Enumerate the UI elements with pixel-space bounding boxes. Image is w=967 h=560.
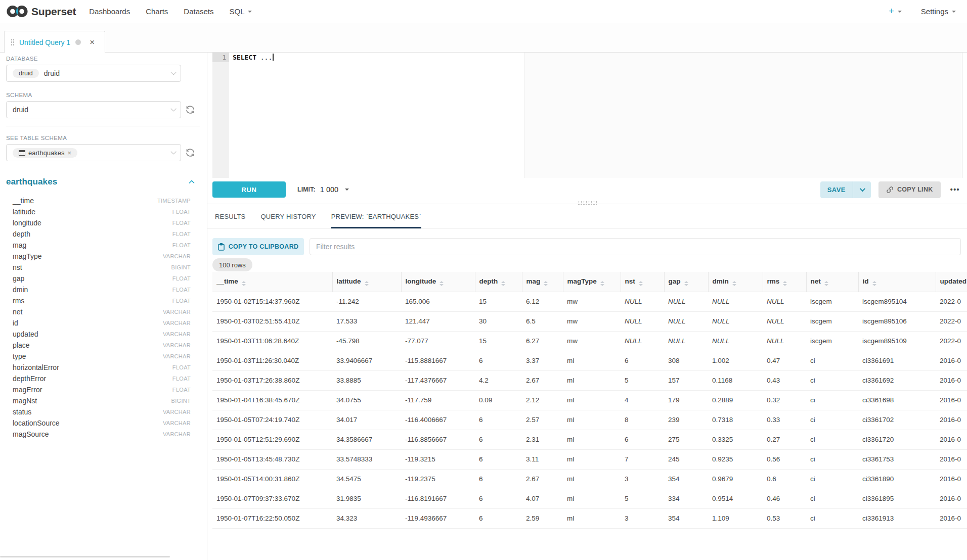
nav-item-dashboards[interactable]: Dashboards (89, 7, 130, 16)
table-cell: ci3361890 (858, 469, 936, 489)
remove-table-icon[interactable]: × (68, 149, 72, 157)
sort-icon[interactable] (783, 281, 787, 286)
results-column-header[interactable]: updated (936, 272, 967, 292)
table-cell: 1950-01-03T11:26:30.040Z (212, 351, 332, 370)
results-column-header[interactable]: __time (212, 272, 332, 292)
table-cell: ci (806, 469, 858, 489)
schema-column-name: horizontalError (6, 363, 59, 371)
sidebar-scrollbar[interactable] (0, 556, 170, 557)
settings-menu[interactable]: Settings (921, 7, 956, 16)
schema-column-type: FLOAT (172, 364, 191, 370)
results-column-header[interactable]: latitude (332, 272, 401, 292)
results-column-header[interactable]: gap (664, 272, 708, 292)
table-cell: -119.2375 (401, 469, 475, 489)
results-column-header[interactable]: nst (621, 272, 664, 292)
schema-column-type: FLOAT (172, 376, 191, 382)
table-cell: ml (563, 370, 621, 390)
sort-icon[interactable] (872, 281, 876, 286)
table-cell: 1950-01-05T07:24:19.740Z (212, 410, 332, 430)
sort-icon[interactable] (365, 281, 369, 286)
table-columns-list: __timeTIMESTAMPlatitudeFLOATlongitudeFLO… (6, 195, 191, 440)
run-button[interactable]: RUN (212, 181, 286, 198)
table-cell: 165.006 (401, 292, 475, 311)
close-tab-icon[interactable]: × (90, 38, 95, 46)
schema-column-name: magNst (6, 397, 37, 405)
sort-asc-icon (639, 281, 643, 283)
sort-icon[interactable] (824, 281, 828, 286)
query-tab[interactable]: Untitled Query 1 × (4, 31, 105, 53)
schema-column-type: FLOAT (172, 287, 191, 293)
schema-column-name: dmin (6, 286, 28, 294)
save-button[interactable]: SAVE (820, 181, 871, 198)
plus-icon: + (889, 6, 894, 17)
more-options-button[interactable]: ••• (948, 185, 962, 194)
chevron-down-icon (170, 69, 176, 75)
nav-item-sql[interactable]: SQL (230, 7, 252, 16)
schema-select[interactable]: druid (6, 101, 181, 118)
database-select[interactable]: druid druid (6, 65, 181, 82)
table-cell: 3 (621, 508, 664, 528)
pane-resize-handle[interactable] (578, 201, 597, 206)
table-row: 1950-01-03T11:26:30.040Z33.9406667-115.8… (212, 351, 967, 370)
refresh-tables-icon[interactable] (185, 148, 195, 160)
results-column-header[interactable]: dmin (708, 272, 763, 292)
column-header-label: depth (479, 277, 498, 285)
schema-column-type: TIMESTAMP (157, 198, 191, 204)
results-column-header[interactable]: magType (563, 272, 621, 292)
collapse-chevron-icon[interactable] (189, 180, 195, 184)
table-row: 1950-01-07T09:37:33.670Z31.9835-116.8191… (212, 489, 967, 508)
column-header-label: rms (767, 277, 780, 285)
schema-column-type: FLOAT (172, 209, 191, 215)
schema-column-type: VARCHAR (163, 409, 191, 415)
sort-icon[interactable] (501, 281, 505, 286)
nav-item-datasets[interactable]: Datasets (184, 7, 213, 16)
sql-code-line[interactable]: SELECT ... (233, 53, 274, 62)
schema-column-name: mag (6, 241, 26, 249)
table-chip[interactable]: earthquakes × (13, 148, 77, 158)
sort-icon[interactable] (544, 281, 548, 286)
results-tab-results[interactable]: RESULTS (215, 204, 245, 228)
save-menu-button[interactable] (853, 188, 871, 192)
refresh-schema-icon[interactable] (185, 105, 195, 117)
results-tab-preview[interactable]: PREVIEW: `EARTHQUAKES` (331, 204, 421, 228)
copy-link-button[interactable]: COPY LINK (878, 181, 941, 198)
table-section-title[interactable]: earthquakes (6, 177, 57, 187)
sort-desc-icon (824, 284, 828, 286)
results-column-header[interactable]: mag (522, 272, 563, 292)
table-select[interactable]: earthquakes × (6, 144, 181, 161)
table-row: 1950-01-05T07:24:19.740Z34.017-116.40066… (212, 410, 967, 430)
sort-asc-icon (783, 281, 787, 283)
results-column-header[interactable]: net (806, 272, 858, 292)
schema-column-row: typeVARCHAR (6, 351, 191, 362)
schema-column-row: depthFLOAT (6, 228, 191, 240)
nav-item-charts[interactable]: Charts (146, 7, 168, 16)
results-column-header[interactable]: depth (475, 272, 522, 292)
sort-icon[interactable] (732, 281, 736, 286)
sort-asc-icon (439, 281, 444, 283)
table-cell: 0.47 (763, 351, 806, 370)
sort-icon[interactable] (684, 281, 688, 286)
schema-column-row: magFLOAT (6, 240, 191, 251)
superset-logo[interactable]: Superset (6, 4, 76, 19)
table-cell: ci (806, 430, 858, 449)
results-column-header[interactable]: rms (763, 272, 806, 292)
limit-dropdown[interactable]: LIMIT: 1 000 (297, 178, 349, 201)
table-cell: 31.9835 (332, 489, 401, 508)
results-tab-query-history[interactable]: QUERY HISTORY (260, 204, 316, 228)
copy-to-clipboard-button[interactable]: COPY TO CLIPBOARD (212, 238, 304, 255)
table-cell: ci3361720 (858, 430, 936, 449)
sort-icon[interactable] (639, 281, 643, 286)
schema-column-type: BIGINT (171, 264, 191, 270)
sql-editor[interactable]: 1 SELECT ... (207, 53, 967, 178)
new-item-button[interactable]: + (889, 6, 902, 17)
table-cell: 2.67 (522, 469, 563, 489)
sort-icon[interactable] (242, 281, 246, 286)
results-column-header[interactable]: id (858, 272, 936, 292)
results-column-header[interactable]: longitude (401, 272, 475, 292)
sort-icon[interactable] (439, 281, 444, 286)
drag-handle-icon[interactable] (11, 38, 15, 46)
sort-icon[interactable] (600, 281, 604, 286)
schema-column-type: VARCHAR (163, 253, 191, 259)
table-cell: 2016-0 (936, 351, 967, 370)
filter-results-input[interactable] (310, 238, 961, 255)
